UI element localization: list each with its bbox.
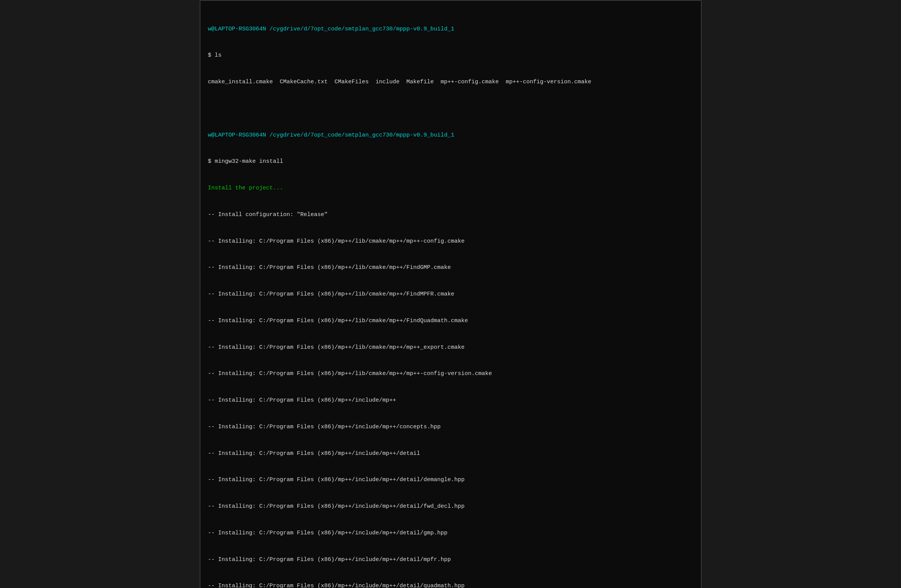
install-line-5: -- Installing: C:/Program Files (x86)/mp…	[208, 343, 693, 352]
ls-output: cmake_install.cmake CMakeCache.txt CMake…	[208, 78, 693, 86]
install-line-2: -- Installing: C:/Program Files (x86)/mp…	[208, 263, 693, 272]
install-line-6: -- Installing: C:/Program Files (x86)/mp…	[208, 369, 693, 378]
prompt-1-path: w@LAPTOP-RSG3064N /cygdrive/d/7opt_code/…	[208, 26, 454, 32]
install-line-4: -- Installing: C:/Program Files (x86)/mp…	[208, 316, 693, 325]
prompt-line-1: w@LAPTOP-RSG3064N /cygdrive/d/7opt_code/…	[208, 25, 693, 33]
terminal-window: w@LAPTOP-RSG3064N /cygdrive/d/7opt_code/…	[200, 0, 702, 588]
install-line-12: -- Installing: C:/Program Files (x86)/mp…	[208, 529, 693, 537]
install-line-8: -- Installing: C:/Program Files (x86)/mp…	[208, 423, 693, 431]
install-line-11: -- Installing: C:/Program Files (x86)/mp…	[208, 502, 693, 511]
install-line-7: -- Installing: C:/Program Files (x86)/mp…	[208, 396, 693, 405]
install-line-10: -- Installing: C:/Program Files (x86)/mp…	[208, 475, 693, 484]
prompt-2-path: w@LAPTOP-RSG3064N /cygdrive/d/7opt_code/…	[208, 132, 454, 138]
install-line-3: -- Installing: C:/Program Files (x86)/mp…	[208, 290, 693, 299]
blank-line-1	[208, 104, 693, 113]
command-line-1: $ ls	[208, 51, 693, 60]
prompt-line-2: w@LAPTOP-RSG3064N /cygdrive/d/7opt_code/…	[208, 131, 693, 140]
install-start-text: Install the project...	[208, 185, 283, 191]
command-line-2: $ mingw32-make install	[208, 157, 693, 166]
cmd-2: $ mingw32-make install	[208, 158, 283, 165]
install-line-13: -- Installing: C:/Program Files (x86)/mp…	[208, 555, 693, 564]
install-line-9: -- Installing: C:/Program Files (x86)/mp…	[208, 449, 693, 458]
install-line-0: -- Install configuration: "Release"	[208, 210, 693, 219]
terminal-content: w@LAPTOP-RSG3064N /cygdrive/d/7opt_code/…	[208, 7, 693, 588]
install-start: Install the project...	[208, 184, 693, 192]
cmd-1: $ ls	[208, 52, 222, 59]
install-line-1: -- Installing: C:/Program Files (x86)/mp…	[208, 237, 693, 246]
install-line-14: -- Installing: C:/Program Files (x86)/mp…	[208, 582, 693, 588]
